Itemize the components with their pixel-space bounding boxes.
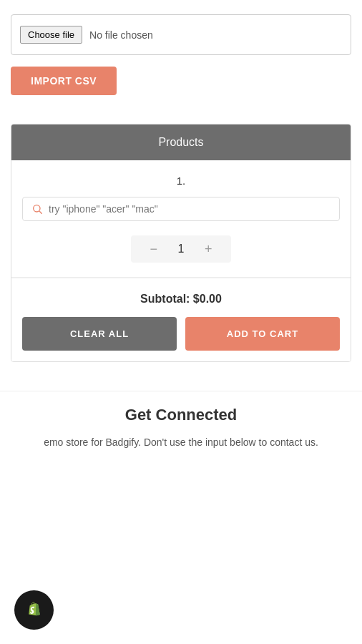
get-connected-section: Get Connected emo store for Badgify. Don… xyxy=(0,391,362,464)
import-csv-button[interactable]: IMPORT CSV xyxy=(11,67,117,95)
clear-all-button[interactable]: CLEAR ALL xyxy=(22,317,177,351)
product-number: 1. xyxy=(22,175,340,187)
subtotal-display: Subtotal: $0.00 xyxy=(22,293,340,306)
no-file-label: No file chosen xyxy=(89,29,153,41)
subtotal-label: Subtotal: xyxy=(140,293,193,305)
add-to-cart-button[interactable]: ADD TO CART xyxy=(185,317,340,351)
get-connected-description: emo store for Badgify. Don't use the inp… xyxy=(14,434,348,450)
quantity-value: 1 xyxy=(170,243,192,255)
subtotal-section: Subtotal: $0.00 CLEAR ALL ADD TO CART xyxy=(11,278,351,361)
svg-point-0 xyxy=(34,205,40,212)
choose-file-button[interactable]: Choose file xyxy=(20,26,82,44)
products-title: Products xyxy=(158,136,203,148)
subtotal-amount: $0.00 xyxy=(193,293,222,305)
get-connected-title: Get Connected xyxy=(14,406,348,424)
file-upload-section: Choose file No file chosen IMPORT CSV xyxy=(0,0,362,102)
products-section: Products 1. − 1 + Subtotal: $0.00 CLEAR … xyxy=(11,124,351,362)
action-buttons: CLEAR ALL ADD TO CART xyxy=(22,317,340,351)
products-header: Products xyxy=(11,125,351,160)
product-item: 1. − 1 + xyxy=(11,160,351,278)
svg-line-1 xyxy=(39,211,42,214)
search-box xyxy=(22,197,340,221)
search-icon xyxy=(31,203,43,215)
increase-quantity-button[interactable]: + xyxy=(192,243,225,255)
shopify-badge[interactable] xyxy=(14,590,54,630)
search-input[interactable] xyxy=(49,203,331,215)
quantity-control: − 1 + xyxy=(131,235,231,263)
decrease-quantity-button[interactable]: − xyxy=(137,243,170,255)
file-input-wrapper: Choose file No file chosen xyxy=(11,14,351,55)
